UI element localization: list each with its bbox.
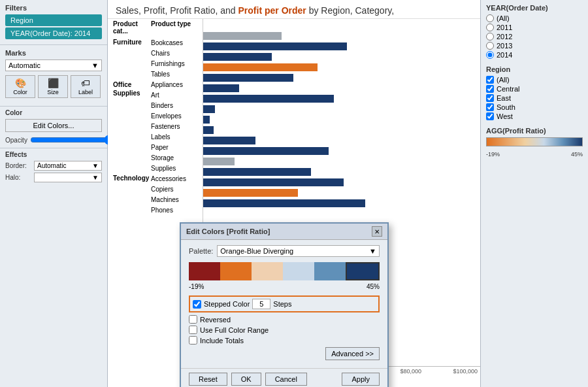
year-all-label: (All) (497, 14, 510, 22)
year-2013-label: 2013 (497, 42, 512, 50)
year-2013-radio[interactable] (486, 42, 494, 50)
list-item: Supplies (151, 163, 183, 173)
year-2014-option: 2014 (486, 51, 583, 59)
technology-label: Technology (113, 173, 151, 182)
col-header-category: Product cat... (113, 20, 151, 35)
color-subsection-title: Color (5, 109, 102, 116)
region-all-checkbox[interactable] (486, 76, 494, 84)
steps-input[interactable] (252, 299, 270, 309)
year-2012-radio[interactable] (486, 33, 494, 41)
ok-button[interactable]: OK (231, 373, 261, 386)
border-dropdown[interactable]: Automatic ▼ (34, 161, 102, 171)
color-label: Color (13, 89, 27, 95)
swatch-2[interactable] (220, 262, 252, 280)
bar (203, 53, 272, 61)
edit-colors-dialog: Edit Colors [Profit Ratio] ✕ Palette: Or… (180, 222, 389, 387)
color-legend-min: -19% (486, 151, 500, 158)
full-color-range-label: Use Full Color Range (200, 326, 269, 334)
color-range-min: -19% (189, 283, 204, 290)
reversed-checkbox[interactable] (189, 315, 197, 324)
region-south-checkbox[interactable] (486, 103, 494, 111)
region-east-checkbox[interactable] (486, 94, 494, 102)
color-range-max: 45% (367, 283, 380, 290)
footer-right-buttons: Apply (342, 373, 380, 386)
swatch-1[interactable] (189, 262, 220, 280)
stepped-color-label: Stepped Color (204, 300, 250, 308)
list-item: Chairs (151, 48, 185, 58)
region-west-label: West (497, 112, 513, 120)
include-totals-checkbox[interactable] (189, 336, 197, 345)
bar-row (203, 73, 480, 83)
opacity-slider[interactable] (30, 135, 114, 145)
reversed-label: Reversed (200, 316, 231, 324)
palette-label: Palette: (189, 247, 213, 255)
full-color-range-checkbox[interactable] (189, 326, 197, 334)
list-item: Binders (151, 100, 183, 110)
palette-row: Palette: Orange-Blue Diverging ▼ (189, 245, 380, 257)
swatch-6[interactable] (346, 262, 380, 280)
swatch-3[interactable] (252, 262, 283, 280)
label-mark-btn[interactable]: 🏷 Label (71, 75, 101, 98)
border-row: Border: Automatic ▼ (5, 161, 102, 171)
border-value: Automatic (37, 162, 66, 169)
bar-row (203, 93, 480, 104)
bar (203, 158, 235, 165)
year-2014-radio[interactable] (486, 51, 494, 59)
stepped-color-checkbox[interactable] (193, 300, 201, 309)
bar-row (203, 83, 480, 93)
cancel-button[interactable]: Cancel (265, 373, 307, 386)
office-label: OfficeSupplies (113, 79, 151, 97)
bar-row (203, 62, 480, 73)
year-2014-label: 2014 (497, 51, 512, 59)
bar-row (203, 188, 480, 198)
steps-label: Steps (273, 300, 291, 308)
region-central-label: Central (497, 85, 519, 93)
filters-section: Filters Region YEAR(Order Date): 2014 (0, 0, 107, 44)
bar-row (203, 135, 480, 146)
bar-row (203, 31, 480, 41)
chart-title: Sales, Profit, Profit Ratio, and Profit … (108, 0, 480, 19)
advanced-button[interactable]: Advanced >> (325, 347, 380, 360)
palette-dropdown[interactable]: Orange-Blue Diverging ▼ (217, 245, 380, 257)
chart-area: Sales, Profit, Profit Ratio, and Profit … (108, 0, 480, 387)
filters-title: Filters (5, 4, 102, 12)
opacity-row: Opacity 100% (5, 135, 102, 145)
apply-button[interactable]: Apply (342, 373, 380, 386)
list-item: Fasteners (151, 121, 183, 131)
dialog-close-button[interactable]: ✕ (372, 226, 382, 237)
halo-dropdown[interactable]: ▼ (34, 173, 102, 182)
year-2012-option: 2012 (486, 33, 583, 41)
region-south-item: South (486, 103, 583, 111)
footer-left-buttons: Reset OK Cancel (189, 373, 307, 386)
full-color-range-row: Use Full Color Range (189, 326, 380, 334)
color-mark-btn[interactable]: 🎨 Color (5, 75, 35, 98)
palette-chevron-icon: ▼ (369, 247, 376, 255)
filter-year[interactable]: YEAR(Order Date): 2014 (5, 27, 102, 39)
region-west-checkbox[interactable] (486, 112, 494, 120)
bar (203, 32, 282, 40)
color-swatch-bar (189, 262, 380, 280)
year-all-radio[interactable] (486, 14, 494, 22)
edit-colors-button[interactable]: Edit Colors... (5, 119, 102, 132)
marks-icons: 🎨 Color ⬛ Size 🏷 Label (5, 75, 102, 98)
color-legend-title: AGG(Profit Ratio) (486, 127, 583, 135)
swatch-5[interactable] (314, 262, 346, 280)
region-central-checkbox[interactable] (486, 85, 494, 93)
swatch-4[interactable] (283, 262, 314, 280)
bar-row (203, 104, 480, 114)
list-item: Envelopes (151, 110, 183, 121)
marks-title: Marks (5, 49, 102, 57)
filter-region[interactable]: Region (5, 14, 102, 26)
region-filter-title: Region (486, 65, 583, 73)
left-panel: Filters Region YEAR(Order Date): 2014 Ma… (0, 0, 108, 387)
region-all-label: (All) (497, 76, 510, 84)
marks-dropdown[interactable]: Automatic ▼ (5, 59, 102, 71)
opacity-label: Opacity (5, 137, 27, 144)
list-item: Machines (151, 194, 186, 205)
halo-label: Halo: (5, 174, 30, 181)
size-mark-btn[interactable]: ⬛ Size (38, 75, 68, 98)
reset-button[interactable]: Reset (189, 373, 227, 386)
right-panel: YEAR(Order Date) (All) 2011 2012 2013 20… (480, 0, 588, 387)
year-2011-radio[interactable] (486, 24, 494, 31)
color-icon: 🎨 (15, 78, 26, 88)
